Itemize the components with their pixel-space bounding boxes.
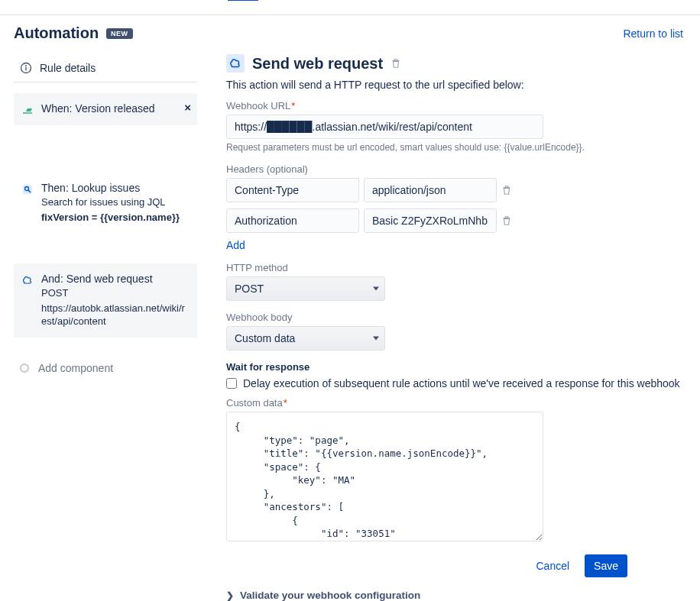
svg-rect-3	[23, 185, 32, 194]
step-when-title: When: Version released	[41, 102, 190, 115]
http-method-label: HTTP method	[226, 262, 686, 273]
chevron-right-icon: ❯	[226, 590, 234, 601]
webhook-url-hint: Request parameters must be url encoded, …	[226, 142, 686, 153]
rule-details-link[interactable]: Rule details	[14, 56, 197, 82]
step-and-title: And: Send web request	[41, 273, 190, 285]
active-tab-indicator	[228, 0, 258, 1]
validate-webhook-toggle[interactable]: ❯ Validate your webhook configuration	[226, 590, 686, 601]
rule-details-label: Rule details	[40, 62, 96, 74]
lookup-issues-icon	[21, 183, 34, 195]
save-button[interactable]: Save	[585, 554, 627, 577]
panel-title: Send web request	[252, 55, 383, 73]
page-title: Automation	[14, 24, 99, 42]
step-and-url: https://autobk.atlassian.net/wiki/rest/a…	[41, 302, 190, 328]
custom-data-label: Custom data	[226, 397, 686, 409]
header-value-input[interactable]	[364, 208, 497, 233]
svg-point-1	[25, 65, 27, 66]
header-row-1	[226, 208, 686, 233]
step-then[interactable]: Then: Lookup issues Search for issues us…	[14, 173, 197, 233]
web-request-icon	[21, 274, 34, 286]
webhook-url-input[interactable]	[226, 115, 543, 139]
header-key-input[interactable]	[226, 178, 359, 202]
step-then-subtitle: Search for issues using JQL	[41, 195, 190, 209]
header-row-0	[226, 178, 686, 202]
webhook-url-label: Webhook URL	[226, 100, 686, 111]
http-method-select[interactable]: POST	[226, 276, 385, 301]
sidebar: Rule details When: Version released × Th…	[14, 48, 197, 601]
step-then-detail: fixVersion = {{version.name}}	[41, 211, 190, 225]
step-and-method: POST	[41, 286, 190, 300]
cancel-button[interactable]: Cancel	[527, 554, 578, 577]
headers-label: Headers (optional)	[226, 163, 686, 175]
header-key-input[interactable]	[226, 208, 359, 233]
step-and[interactable]: And: Send web request POST https://autob…	[14, 263, 197, 338]
new-badge: NEW	[106, 28, 133, 39]
add-circle-icon	[20, 364, 29, 373]
return-to-list-link[interactable]: Return to list	[623, 27, 683, 40]
validate-label: Validate your webhook configuration	[240, 590, 420, 601]
webhook-body-select[interactable]: Custom data	[226, 326, 385, 351]
header: Automation NEW Return to list	[0, 15, 700, 48]
step-when[interactable]: When: Version released ×	[14, 93, 197, 125]
step-then-title: Then: Lookup issues	[41, 182, 190, 194]
add-component-button[interactable]: Add component	[14, 353, 197, 383]
delete-action-button[interactable]	[391, 58, 401, 69]
svg-rect-2	[25, 67, 26, 71]
delay-execution-checkbox[interactable]	[226, 378, 237, 389]
config-panel: Send web request This action will send a…	[226, 48, 686, 601]
header-value-input[interactable]	[364, 178, 497, 202]
web-request-panel-icon	[226, 54, 245, 73]
version-released-icon	[21, 104, 34, 116]
top-bar	[0, 0, 700, 15]
info-icon	[20, 62, 32, 74]
wait-for-response-heading: Wait for response	[226, 361, 686, 373]
remove-header-button[interactable]	[501, 215, 512, 226]
panel-description: This action will send a HTTP request to …	[226, 79, 686, 91]
delay-execution-label: Delay execution of subsequent rule actio…	[243, 377, 680, 389]
add-header-link[interactable]: Add	[226, 239, 245, 251]
remove-step-button[interactable]: ×	[184, 101, 191, 114]
webhook-body-label: Webhook body	[226, 312, 686, 323]
custom-data-textarea[interactable]	[226, 412, 543, 541]
add-component-label: Add component	[38, 362, 113, 374]
remove-header-button[interactable]	[501, 185, 512, 195]
